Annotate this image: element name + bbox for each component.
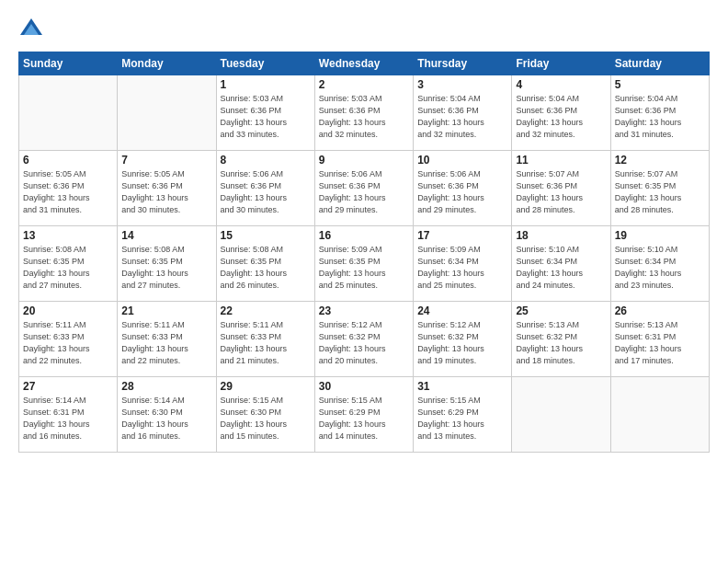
day-number: 3 <box>417 78 507 91</box>
calendar-cell <box>512 377 610 453</box>
day-number: 20 <box>23 304 113 317</box>
day-info: Sunrise: 5:04 AM Sunset: 6:36 PM Dayligh… <box>516 93 606 141</box>
day-info: Sunrise: 5:11 AM Sunset: 6:33 PM Dayligh… <box>221 319 311 367</box>
day-number: 23 <box>319 304 409 317</box>
weekday-header-wednesday: Wednesday <box>314 52 413 75</box>
day-number: 19 <box>615 229 705 242</box>
day-info: Sunrise: 5:12 AM Sunset: 6:32 PM Dayligh… <box>417 319 507 367</box>
day-info: Sunrise: 5:15 AM Sunset: 6:30 PM Dayligh… <box>221 395 311 442</box>
day-number: 11 <box>516 154 606 167</box>
calendar-cell: 19Sunrise: 5:10 AM Sunset: 6:34 PM Dayli… <box>610 226 709 302</box>
day-info: Sunrise: 5:06 AM Sunset: 6:36 PM Dayligh… <box>417 168 507 216</box>
day-info: Sunrise: 5:06 AM Sunset: 6:36 PM Dayligh… <box>319 168 409 216</box>
weekday-header-friday: Friday <box>512 52 610 75</box>
calendar-cell: 11Sunrise: 5:07 AM Sunset: 6:36 PM Dayli… <box>512 151 610 226</box>
calendar-table: SundayMondayTuesdayWednesdayThursdayFrid… <box>18 52 710 453</box>
day-info: Sunrise: 5:07 AM Sunset: 6:36 PM Dayligh… <box>516 168 606 216</box>
day-info: Sunrise: 5:07 AM Sunset: 6:35 PM Dayligh… <box>615 168 705 216</box>
day-number: 18 <box>516 229 606 242</box>
day-number: 2 <box>319 78 409 91</box>
weekday-header-thursday: Thursday <box>414 52 512 75</box>
day-number: 16 <box>319 229 409 242</box>
calendar-cell: 4Sunrise: 5:04 AM Sunset: 6:36 PM Daylig… <box>512 75 610 151</box>
day-info: Sunrise: 5:05 AM Sunset: 6:36 PM Dayligh… <box>23 168 113 216</box>
header <box>18 17 710 42</box>
calendar-cell: 6Sunrise: 5:05 AM Sunset: 6:36 PM Daylig… <box>19 151 118 226</box>
day-info: Sunrise: 5:13 AM Sunset: 6:32 PM Dayligh… <box>516 319 606 367</box>
day-info: Sunrise: 5:08 AM Sunset: 6:35 PM Dayligh… <box>121 244 211 292</box>
calendar-cell: 17Sunrise: 5:09 AM Sunset: 6:34 PM Dayli… <box>414 226 512 302</box>
calendar-cell: 23Sunrise: 5:12 AM Sunset: 6:32 PM Dayli… <box>314 302 413 377</box>
day-number: 27 <box>23 380 113 393</box>
day-number: 17 <box>417 229 507 242</box>
day-number: 24 <box>417 304 507 317</box>
day-number: 8 <box>221 154 311 167</box>
calendar-week-5: 27Sunrise: 5:14 AM Sunset: 6:31 PM Dayli… <box>19 377 710 453</box>
weekday-header-saturday: Saturday <box>610 52 709 75</box>
weekday-header-tuesday: Tuesday <box>216 52 314 75</box>
day-number: 7 <box>121 154 211 167</box>
day-info: Sunrise: 5:12 AM Sunset: 6:32 PM Dayligh… <box>319 319 409 367</box>
calendar-week-2: 6Sunrise: 5:05 AM Sunset: 6:36 PM Daylig… <box>19 151 710 226</box>
day-info: Sunrise: 5:08 AM Sunset: 6:35 PM Dayligh… <box>23 244 113 292</box>
calendar-week-4: 20Sunrise: 5:11 AM Sunset: 6:33 PM Dayli… <box>19 302 710 377</box>
calendar-cell: 21Sunrise: 5:11 AM Sunset: 6:33 PM Dayli… <box>118 302 216 377</box>
day-number: 26 <box>615 304 705 317</box>
calendar-cell: 24Sunrise: 5:12 AM Sunset: 6:32 PM Dayli… <box>414 302 512 377</box>
calendar-cell: 8Sunrise: 5:06 AM Sunset: 6:36 PM Daylig… <box>216 151 314 226</box>
calendar-cell: 14Sunrise: 5:08 AM Sunset: 6:35 PM Dayli… <box>118 226 216 302</box>
day-number: 22 <box>221 304 311 317</box>
day-info: Sunrise: 5:05 AM Sunset: 6:36 PM Dayligh… <box>121 168 211 216</box>
calendar-cell: 16Sunrise: 5:09 AM Sunset: 6:35 PM Dayli… <box>314 226 413 302</box>
page: SundayMondayTuesdayWednesdayThursdayFrid… <box>0 0 728 563</box>
calendar-cell <box>19 75 118 151</box>
calendar-cell: 3Sunrise: 5:04 AM Sunset: 6:36 PM Daylig… <box>414 75 512 151</box>
day-number: 4 <box>516 78 606 91</box>
calendar-cell: 28Sunrise: 5:14 AM Sunset: 6:30 PM Dayli… <box>118 377 216 453</box>
calendar-cell: 5Sunrise: 5:04 AM Sunset: 6:36 PM Daylig… <box>610 75 709 151</box>
calendar-cell: 12Sunrise: 5:07 AM Sunset: 6:35 PM Dayli… <box>610 151 709 226</box>
calendar-cell: 18Sunrise: 5:10 AM Sunset: 6:34 PM Dayli… <box>512 226 610 302</box>
day-info: Sunrise: 5:08 AM Sunset: 6:35 PM Dayligh… <box>221 244 311 292</box>
calendar-cell: 26Sunrise: 5:13 AM Sunset: 6:31 PM Dayli… <box>610 302 709 377</box>
calendar-cell: 29Sunrise: 5:15 AM Sunset: 6:30 PM Dayli… <box>216 377 314 453</box>
day-info: Sunrise: 5:11 AM Sunset: 6:33 PM Dayligh… <box>121 319 211 367</box>
calendar-cell: 9Sunrise: 5:06 AM Sunset: 6:36 PM Daylig… <box>314 151 413 226</box>
day-info: Sunrise: 5:06 AM Sunset: 6:36 PM Dayligh… <box>221 168 311 216</box>
weekday-header-sunday: Sunday <box>19 52 118 75</box>
calendar-cell: 1Sunrise: 5:03 AM Sunset: 6:36 PM Daylig… <box>216 75 314 151</box>
day-number: 9 <box>319 154 409 167</box>
calendar-cell: 22Sunrise: 5:11 AM Sunset: 6:33 PM Dayli… <box>216 302 314 377</box>
day-number: 13 <box>23 229 113 242</box>
day-info: Sunrise: 5:13 AM Sunset: 6:31 PM Dayligh… <box>615 319 705 367</box>
day-info: Sunrise: 5:10 AM Sunset: 6:34 PM Dayligh… <box>516 244 606 292</box>
day-info: Sunrise: 5:14 AM Sunset: 6:30 PM Dayligh… <box>121 395 211 442</box>
day-number: 25 <box>516 304 606 317</box>
logo <box>18 17 48 42</box>
day-info: Sunrise: 5:03 AM Sunset: 6:36 PM Dayligh… <box>221 93 311 141</box>
day-info: Sunrise: 5:04 AM Sunset: 6:36 PM Dayligh… <box>615 93 705 141</box>
calendar-cell: 30Sunrise: 5:15 AM Sunset: 6:29 PM Dayli… <box>314 377 413 453</box>
day-info: Sunrise: 5:03 AM Sunset: 6:36 PM Dayligh… <box>319 93 409 141</box>
day-number: 6 <box>23 154 113 167</box>
calendar-cell: 2Sunrise: 5:03 AM Sunset: 6:36 PM Daylig… <box>314 75 413 151</box>
calendar-cell: 13Sunrise: 5:08 AM Sunset: 6:35 PM Dayli… <box>19 226 118 302</box>
day-number: 29 <box>221 380 311 393</box>
day-number: 1 <box>221 78 311 91</box>
calendar-cell: 7Sunrise: 5:05 AM Sunset: 6:36 PM Daylig… <box>118 151 216 226</box>
day-number: 10 <box>417 154 507 167</box>
day-info: Sunrise: 5:04 AM Sunset: 6:36 PM Dayligh… <box>417 93 507 141</box>
day-number: 28 <box>121 380 211 393</box>
calendar-cell <box>610 377 709 453</box>
calendar-cell: 10Sunrise: 5:06 AM Sunset: 6:36 PM Dayli… <box>414 151 512 226</box>
day-number: 14 <box>121 229 211 242</box>
weekday-header-monday: Monday <box>118 52 216 75</box>
calendar-cell <box>118 75 216 151</box>
calendar-cell: 31Sunrise: 5:15 AM Sunset: 6:29 PM Dayli… <box>414 377 512 453</box>
day-info: Sunrise: 5:15 AM Sunset: 6:29 PM Dayligh… <box>319 395 409 442</box>
day-info: Sunrise: 5:15 AM Sunset: 6:29 PM Dayligh… <box>417 395 507 442</box>
day-number: 5 <box>615 78 705 91</box>
day-number: 30 <box>319 380 409 393</box>
calendar-week-1: 1Sunrise: 5:03 AM Sunset: 6:36 PM Daylig… <box>19 75 710 151</box>
day-number: 31 <box>417 380 507 393</box>
